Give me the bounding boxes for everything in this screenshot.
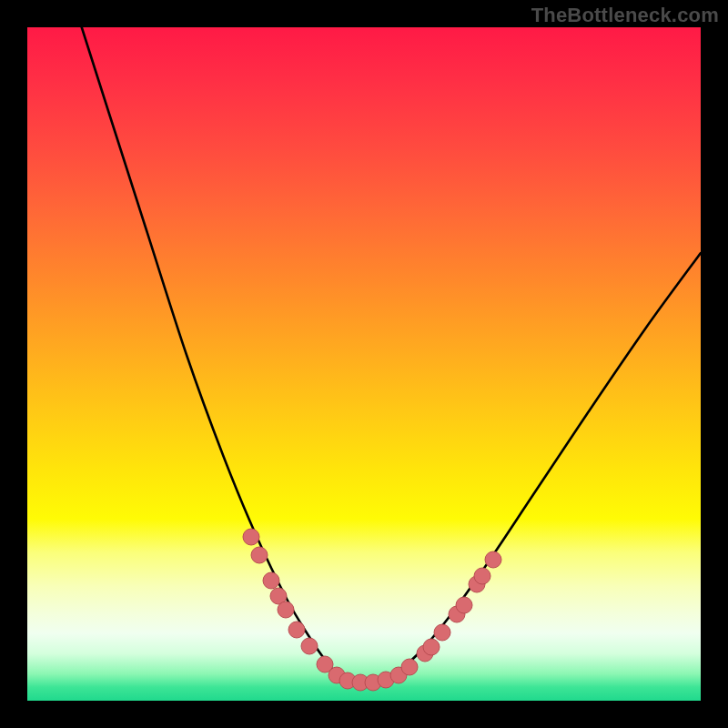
bottleneck-curve	[77, 14, 701, 682]
data-dot	[423, 639, 440, 655]
plot-area	[27, 27, 701, 701]
data-dot	[485, 551, 501, 568]
chart-frame: TheBottleneck.com	[0, 0, 728, 728]
watermark-text: TheBottleneck.com	[531, 4, 719, 27]
data-dot	[263, 572, 279, 589]
data-dot	[243, 529, 259, 545]
data-dot	[474, 568, 490, 584]
curve-layer	[27, 27, 701, 701]
data-dot	[401, 659, 418, 675]
data-dot	[301, 638, 318, 654]
curve-dots	[243, 529, 501, 691]
data-dot	[288, 622, 305, 638]
data-dot	[456, 597, 472, 613]
data-dot	[251, 547, 268, 563]
data-dot	[278, 602, 294, 618]
data-dot	[434, 624, 450, 641]
